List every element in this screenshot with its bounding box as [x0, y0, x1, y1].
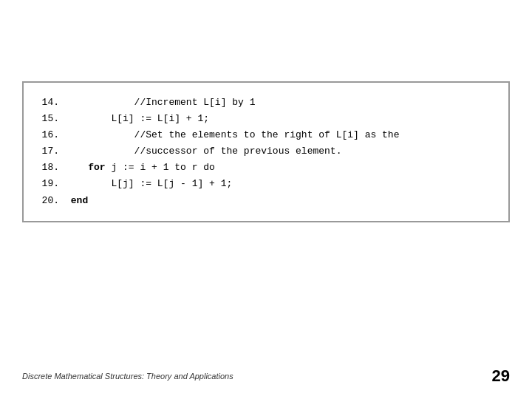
line-code-16: //Set the elements to the right of L[i] …	[65, 127, 399, 143]
line-code-14: //Increment L[i] by 1	[65, 95, 255, 111]
line-code-15: L[i] := L[i] + 1;	[65, 111, 209, 127]
page-number: 29	[492, 366, 510, 386]
line-number-19: 19.	[38, 176, 59, 192]
line-code-17: //successor of the previous element.	[65, 143, 341, 160]
line-code-18: for j := i + 1 to r do	[65, 160, 215, 176]
line-code-19: L[j] := L[j - 1] + 1;	[65, 176, 232, 192]
code-line-15: 15. L[i] := L[i] + 1;	[38, 111, 494, 127]
footer: Discrete Mathematical Structures: Theory…	[22, 366, 510, 386]
code-line-18: 18. for j := i + 1 to r do	[38, 160, 494, 176]
code-content: 14. //Increment L[i] by 1 15. L[i] := L[…	[38, 95, 494, 209]
page-container: 14. //Increment L[i] by 1 15. L[i] := L[…	[0, 0, 532, 399]
footer-title: Discrete Mathematical Structures: Theory…	[22, 372, 233, 381]
line-number-15: 15.	[38, 111, 59, 127]
line-number-20: 20.	[38, 193, 59, 209]
code-line-20: 20. end	[38, 193, 494, 209]
code-box: 14. //Increment L[i] by 1 15. L[i] := L[…	[22, 81, 510, 222]
line-number-17: 17.	[38, 143, 59, 160]
line-number-18: 18.	[38, 160, 59, 176]
code-line-16: 16. //Set the elements to the right of L…	[38, 127, 494, 143]
line-number-16: 16.	[38, 127, 59, 143]
code-line-17: 17. //successor of the previous element.	[38, 143, 494, 160]
code-line-14: 14. //Increment L[i] by 1	[38, 95, 494, 111]
line-number-14: 14.	[38, 95, 59, 111]
line-code-20: end	[65, 193, 88, 209]
code-line-19: 19. L[j] := L[j - 1] + 1;	[38, 176, 494, 192]
